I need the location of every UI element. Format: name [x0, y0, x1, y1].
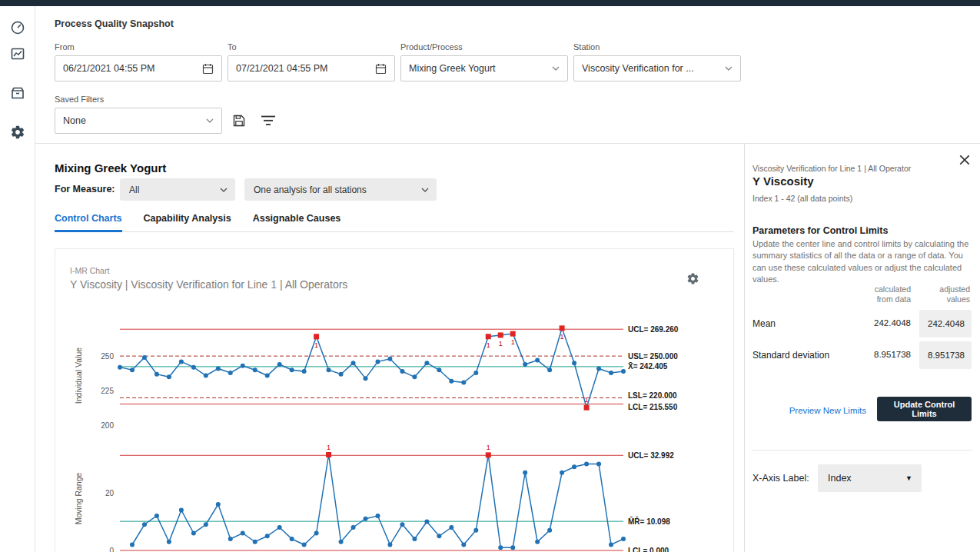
chevron-down-icon [220, 188, 228, 192]
xaxis-select[interactable]: Index ▼ [818, 464, 922, 492]
saved-filters-value: None [63, 115, 86, 126]
svg-text:250: 250 [101, 352, 114, 361]
tab-bar: Control ChartsCapability AnalysisAssigna… [55, 213, 734, 232]
stddev-row-label: Standard deviation [752, 350, 829, 361]
calendar-icon [375, 63, 387, 75]
sidebar-nav [0, 6, 35, 552]
product-label: Product/Process [400, 42, 568, 52]
for-measure-label: For Measure: [55, 184, 115, 195]
analysis-select[interactable]: One analysis for all stations [244, 178, 437, 201]
tab-assignable-causes[interactable]: Assignable Causes [253, 213, 341, 231]
station-value: Viscosity Verification for ... [582, 63, 694, 74]
svg-text:LCL= 0.000: LCL= 0.000 [628, 547, 669, 552]
measure-select[interactable]: All [120, 178, 235, 201]
process-heading: Mixing Greek Yogurt [55, 161, 166, 175]
chart-report-icon[interactable] [10, 46, 25, 62]
svg-text:1: 1 [511, 338, 515, 346]
control-limits-panel: Viscosity Verification for Line 1 | All … [744, 144, 980, 552]
svg-text:USL= 250.000: USL= 250.000 [628, 352, 678, 361]
update-control-limits-button[interactable]: Update Control Limits [877, 397, 972, 421]
measure-value: All [129, 185, 139, 195]
saved-filters-label: Saved Filters [55, 95, 222, 104]
parameters-description: Update the center line and control limit… [752, 238, 974, 286]
svg-text:LSL= 220.000: LSL= 220.000 [628, 391, 677, 400]
to-field-group: To 07/21/2021 04:55 PM [228, 42, 395, 81]
svg-text:UCL= 269.260: UCL= 269.260 [628, 325, 679, 334]
from-datetime-input[interactable]: 06/21/2021 04:55 PM [55, 55, 222, 81]
svg-text:1: 1 [560, 333, 564, 341]
to-label: To [228, 42, 395, 52]
page-title: Process Quality Snapshot [55, 18, 174, 29]
stddev-adjusted-input[interactable] [919, 341, 972, 369]
imr-chart-card: I-MR Chart Y Viscosity | Viscosity Verif… [55, 248, 734, 552]
save-filter-icon[interactable] [232, 114, 246, 128]
product-field-group: Product/Process Mixing Greek Yogurt [400, 42, 568, 81]
from-field-group: From 06/21/2021 04:55 PM [55, 42, 222, 81]
svg-text:1: 1 [585, 396, 589, 404]
svg-text:1: 1 [499, 340, 503, 347]
tab-control-charts[interactable]: Control Charts [55, 213, 122, 232]
product-select[interactable]: Mixing Greek Yogurt [400, 55, 568, 81]
panel-title: Y Viscosity [752, 175, 814, 188]
svg-text:M̄R̄= 10.098: M̄R̄= 10.098 [628, 517, 670, 525]
product-box-icon[interactable] [10, 85, 25, 101]
chevron-down-icon [421, 188, 429, 192]
svg-text:1: 1 [327, 444, 331, 451]
station-label: Station [573, 42, 741, 52]
to-datetime-input[interactable]: 07/21/2021 04:55 PM [228, 55, 395, 81]
product-value: Mixing Greek Yogurt [409, 63, 496, 74]
panel-index-note: Index 1 - 42 (all data points) [752, 194, 852, 203]
top-app-bar [0, 0, 980, 6]
svg-text:1: 1 [487, 444, 490, 451]
xaxis-label: X-Axis Label: [752, 473, 809, 484]
svg-text:20: 20 [105, 489, 115, 497]
svg-text:1: 1 [314, 341, 318, 349]
preview-new-limits-link[interactable]: Preview New Limits [789, 406, 866, 415]
tab-capability-analysis[interactable]: Capability Analysis [144, 213, 231, 231]
mean-adjusted-input[interactable] [919, 310, 972, 338]
svg-text:Moving Range: Moving Range [74, 472, 83, 524]
dashboard-gauge-icon[interactable] [10, 20, 25, 35]
analysis-value: One analysis for all stations [254, 185, 367, 195]
svg-text:225: 225 [101, 387, 114, 395]
calculated-col-header: calculated from data [866, 284, 911, 304]
svg-text:UCL= 32.992: UCL= 32.992 [628, 451, 674, 460]
svg-text:X̄= 242.405: X̄= 242.405 [628, 362, 668, 371]
chart-title: Y Viscosity | Viscosity Verification for… [70, 278, 347, 291]
parameters-heading: Parameters for Control Limits [752, 225, 888, 236]
from-label: From [55, 42, 222, 52]
calendar-icon [202, 63, 214, 75]
stddev-calculated-value: 8.951738 [874, 350, 911, 359]
mean-calculated-value: 242.4048 [874, 318, 911, 328]
panel-divider [752, 450, 972, 451]
individuals-chart: 200225250Individual ValueUCL= 269.260USL… [55, 314, 735, 444]
chevron-down-icon [206, 118, 214, 123]
panel-subtitle: Viscosity Verification for Line 1 | All … [752, 164, 968, 173]
svg-text:1: 1 [487, 341, 490, 349]
svg-text:200: 200 [101, 421, 114, 430]
chevron-down-icon [725, 66, 733, 71]
saved-filters-select[interactable]: None [55, 108, 222, 134]
chart-settings-gear-icon[interactable] [686, 272, 699, 285]
chart-type-label: I-MR Chart [70, 266, 109, 275]
settings-gear-icon[interactable] [10, 125, 25, 140]
station-select[interactable]: Viscosity Verification for ... [573, 55, 741, 81]
mean-row-label: Mean [752, 318, 776, 329]
caret-down-icon: ▼ [905, 474, 912, 482]
from-value: 06/21/2021 04:55 PM [63, 63, 155, 74]
svg-text:0: 0 [109, 547, 114, 552]
xaxis-value: Index [828, 473, 852, 484]
saved-filters-group: Saved Filters None [55, 95, 222, 134]
svg-text:Individual Value: Individual Value [74, 347, 83, 404]
adjusted-col-header: adjusted values [935, 284, 970, 304]
station-field-group: Station Viscosity Verification for ... [573, 42, 741, 81]
chevron-down-icon [552, 66, 560, 71]
svg-text:LCL= 215.550: LCL= 215.550 [628, 403, 678, 411]
filter-icon[interactable] [261, 115, 275, 126]
moving-range-chart: 020Moving RangeUCL= 32.992M̄R̄= 10.098LC… [55, 443, 735, 552]
to-value: 07/21/2021 04:55 PM [236, 63, 328, 74]
